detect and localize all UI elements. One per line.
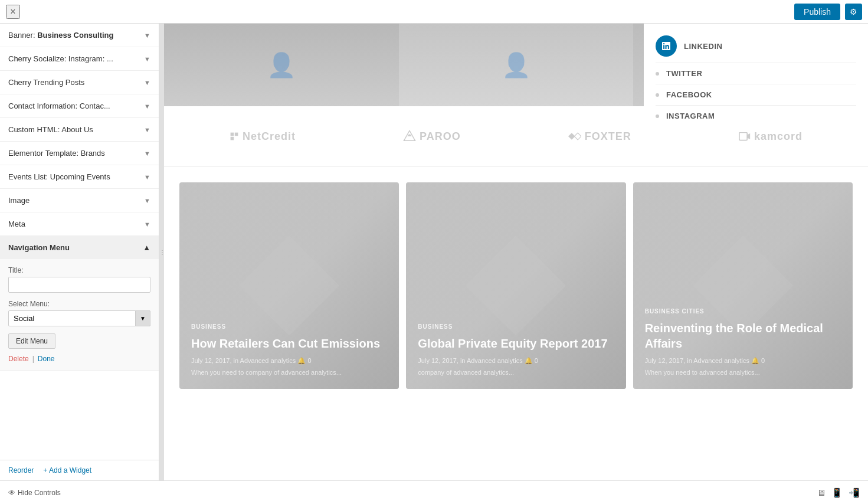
post-meta-2: July 12, 2017, in Advanced analytics 🔔 0 [418,357,614,365]
svg-rect-1 [235,133,238,136]
chevron-down-icon: ▼ [144,150,150,157]
navigation-menu-title: Navigation Menu [8,243,70,252]
post-title-2: Global Private Equity Report 2017 [418,336,614,351]
chevron-down-icon: ▼ [144,55,150,63]
post-tags-2: BUSINESS [418,323,614,330]
mobile-view-icon[interactable]: 📲 [849,487,860,498]
hide-controls-label: Hide Controls [18,489,61,497]
widget-custom-html[interactable]: Custom HTML: About Us ▼ [0,118,159,142]
tablet-view-icon[interactable]: 📱 [831,487,843,498]
select-menu-wrapper: Social Main Menu Footer Menu ▼ [8,310,150,326]
posts-grid: BUSINESS How Retailers Can Cut Emissions… [164,167,868,404]
face-1: 👤 [164,24,399,106]
facebook-dot [656,93,659,97]
post-diamond-1 [239,235,339,336]
select-menu-label: Select Menu: [8,300,150,308]
delete-done-links: Delete | Done [8,355,150,363]
widget-image-label: Image [8,196,30,205]
title-input[interactable] [8,277,150,293]
social-item-facebook[interactable]: FACEBOOK [656,84,856,106]
main-content: 👤 👤 👤 LINKEDIN TWITTER [164,24,868,480]
widget-cherry-socialize-label: Cherry Socialize: Instagram: ... [8,54,113,63]
social-item-linkedin[interactable]: LINKEDIN [656,30,856,63]
chevron-down-icon: ▼ [144,197,150,204]
done-link[interactable]: Done [38,355,55,363]
post-tags-1: BUSINESS [191,323,387,330]
post-excerpt-1: When you need to company of advanced ana… [191,368,387,377]
chevron-down-icon: ▼ [144,126,150,133]
edit-menu-button[interactable]: Edit Menu [8,333,55,349]
post-diamond-2 [466,235,566,336]
facebook-label: FACEBOOK [666,90,712,99]
widget-banner[interactable]: Banner: Business Consulting ▼ [0,24,159,47]
widget-contact-info[interactable]: Contact Information: Contac... ▼ [0,94,159,118]
post-card-3[interactable]: BUSINESS CITIES Reinventing the Role of … [633,182,853,389]
delete-link[interactable]: Delete [8,355,29,363]
post-excerpt-3: When you need to advanced analytics... [645,368,841,377]
chevron-down-icon: ▼ [144,221,150,228]
title-label: Title: [8,266,150,274]
widget-meta[interactable]: Meta ▼ [0,212,159,236]
chevron-up-icon: ▲ [143,243,150,252]
eye-icon: 👁 [8,489,15,497]
close-button[interactable]: × [6,5,20,19]
widget-cherry-socialize[interactable]: Cherry Socialize: Instagram: ... ▼ [0,47,159,71]
sidebar-scroll[interactable]: Banner: Business Consulting ▼ Cherry Soc… [0,24,159,460]
svg-rect-0 [231,133,234,136]
twitter-label: TWITTER [666,69,702,78]
widget-banner-label: Banner: Business Consulting [8,31,113,40]
sidebar: Banner: Business Consulting ▼ Cherry Soc… [0,24,159,480]
main-layout: Banner: Business Consulting ▼ Cherry Soc… [0,24,868,480]
desktop-view-icon[interactable]: 🖥 [817,487,826,498]
chevron-down-icon: ▼ [144,79,150,86]
post-tags-3: BUSINESS CITIES [645,308,841,315]
resize-handle[interactable]: ⋮ [159,24,164,480]
social-item-twitter[interactable]: TWITTER [656,63,856,84]
widget-events-list[interactable]: Events List: Upcoming Events ▼ [0,165,159,189]
widget-image[interactable]: Image ▼ [0,189,159,212]
widget-contact-label: Contact Information: Contac... [8,102,110,110]
post-excerpt-2: company of advanced analytics... [418,368,614,377]
widget-elementor-template[interactable]: Elementor Template: Brands ▼ [0,142,159,165]
post-card-2[interactable]: BUSINESS Global Private Equity Report 20… [406,182,625,389]
chevron-down-icon: ▼ [144,32,150,39]
widget-meta-label: Meta [8,220,25,228]
settings-button[interactable]: ⚙ [845,4,862,20]
hero-section: 👤 👤 👤 LINKEDIN TWITTER [164,24,868,106]
linkedin-label: LINKEDIN [684,42,722,51]
publish-button[interactable]: Publish [794,4,840,20]
title-form-group: Title: [8,266,150,293]
svg-rect-2 [231,137,234,140]
linkedin-icon [656,35,677,57]
svg-rect-5 [739,132,747,140]
navigation-menu-header[interactable]: Navigation Menu ▲ [0,236,159,259]
face-2: 👤 [399,24,634,106]
post-title-3: Reinventing the Role of Medical Affairs [645,320,841,351]
brand-paroo: PAROO [403,130,461,143]
instagram-label: INSTAGRAM [666,112,715,120]
hide-controls-button[interactable]: 👁 Hide Controls [8,489,61,497]
chevron-down-icon: ▼ [144,174,150,181]
social-item-instagram[interactable]: INSTAGRAM [656,106,856,126]
pipe-separator: | [32,355,34,363]
widget-events-label: Events List: Upcoming Events [8,172,110,181]
select-menu-dropdown[interactable]: Social Main Menu Footer Menu [8,310,150,326]
add-widget-button[interactable]: + Add a Widget [43,466,91,474]
widget-cherry-trending-label: Cherry Trending Posts [8,78,84,87]
post-meta-1: July 12, 2017, in Advanced analytics 🔔 0 [191,357,387,365]
navigation-menu-body: Title: Select Menu: Social Main Menu Foo… [0,259,159,370]
social-links-panel: LINKEDIN TWITTER FACEBOOK INSTAGRAM [644,24,868,132]
brand-netcredit: NetCredit [230,130,296,143]
post-meta-3: July 12, 2017, in Advanced analytics 🔔 0 [645,357,841,365]
widget-banner-name: Business Consulting [37,31,113,40]
post-card-1[interactable]: BUSINESS How Retailers Can Cut Emissions… [179,182,399,389]
widget-navigation-menu: Navigation Menu ▲ Title: Select Menu: [0,236,159,371]
twitter-dot [656,72,659,76]
widget-custom-html-label: Custom HTML: About Us [8,125,93,134]
bottom-controls-bar: 👁 Hide Controls 🖥 📱 📲 [0,480,868,504]
instagram-dot [656,114,659,118]
reorder-link[interactable]: Reorder [8,466,34,474]
post-title-1: How Retailers Can Cut Emissions [191,336,387,351]
widget-cherry-trending[interactable]: Cherry Trending Posts ▼ [0,71,159,94]
widget-elementor-label: Elementor Template: Brands [8,149,105,158]
